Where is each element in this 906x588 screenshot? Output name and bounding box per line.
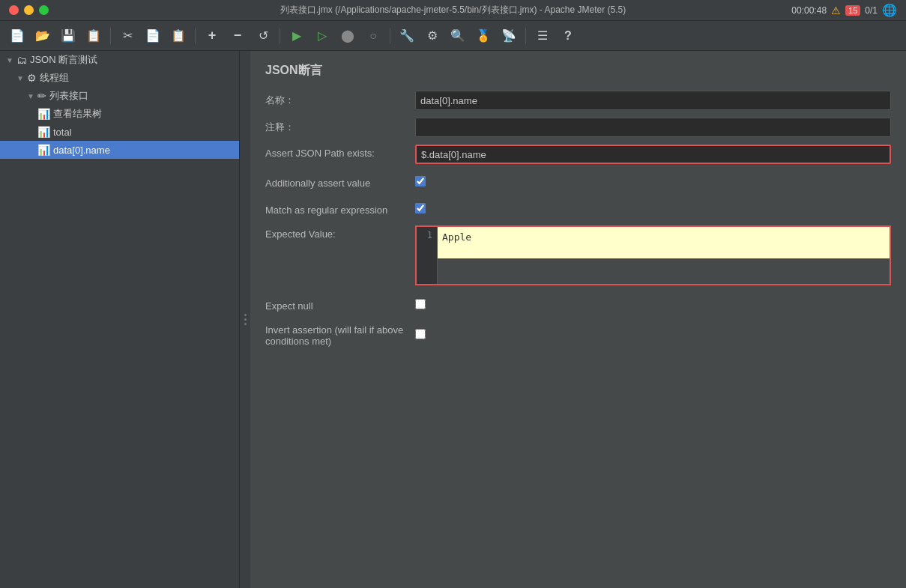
save-button[interactable]: 💾: [57, 25, 79, 47]
sidebar-item-root[interactable]: ▼ 🗂 JSON 断言测试: [0, 51, 239, 69]
cut-button[interactable]: ✂: [116, 25, 139, 47]
root-icon: 🗂: [16, 54, 27, 66]
comment-input[interactable]: [415, 118, 891, 137]
add-button[interactable]: +: [201, 25, 223, 47]
name-input[interactable]: [415, 91, 891, 110]
save-as-button[interactable]: 📋: [82, 25, 105, 47]
remote-button[interactable]: 📡: [498, 25, 520, 47]
expected-value-content[interactable]: Apple: [438, 227, 890, 258]
handle-dot-3: [244, 323, 247, 325]
titlebar-right: 00:00:48 ⚠ 15 0/1 🌐: [791, 3, 897, 17]
sidebar-item-label-view-results: 查看结果树: [53, 107, 102, 121]
shutdown-button[interactable]: ○: [362, 25, 384, 47]
progress-display: 0/1: [865, 5, 878, 16]
expect-null-checkbox[interactable]: [415, 299, 426, 309]
sidebar: ▼ 🗂 JSON 断言测试 ▼ ⚙ 线程组 ▼ ✏ 列表接口 📊 查看结果树 📊…: [0, 51, 240, 588]
titlebar: 列表接口.jmx (/Applications/apache-jmeter-5.…: [0, 0, 906, 21]
assert-json-path-row: Assert JSON Path exists:: [265, 145, 891, 164]
sidebar-item-view-results[interactable]: 📊 查看结果树: [0, 105, 239, 123]
line-number-2: [421, 240, 432, 255]
resize-handle[interactable]: [240, 51, 250, 588]
match-regex-row: Match as regular expression: [265, 198, 891, 218]
editor-empty-area: [438, 258, 890, 284]
window-controls[interactable]: [9, 5, 49, 15]
arrow-group: ▼: [16, 74, 24, 82]
separator-1: [110, 28, 111, 44]
arrow-root: ▼: [6, 56, 13, 64]
expected-value-text: Apple: [442, 231, 471, 243]
line-number-1: 1: [421, 230, 432, 240]
editor-line-1: Apple: [442, 230, 885, 245]
new-button[interactable]: 📄: [6, 25, 28, 47]
help-button[interactable]: ?: [557, 25, 579, 47]
window-title: 列表接口.jmx (/Applications/apache-jmeter-5.…: [280, 4, 626, 16]
sidebar-item-data-name[interactable]: 📊 data[0].name: [0, 141, 239, 159]
comment-row: 注释：: [265, 118, 891, 137]
invert-assertion-row: Invert assertion (will fail if above con…: [265, 321, 891, 347]
separator-2: [195, 28, 196, 44]
stop-button[interactable]: ⬤: [336, 25, 359, 47]
error-counter: 15: [845, 5, 860, 16]
run-button[interactable]: ▶: [286, 25, 308, 47]
assert-json-path-input[interactable]: [415, 145, 891, 164]
copy-button[interactable]: 📄: [142, 25, 164, 47]
sidebar-item-label-interface: 列表接口: [49, 89, 88, 103]
name-row: 名称：: [265, 91, 891, 110]
additionally-assert-label: Additionally assert value: [265, 175, 415, 189]
additionally-assert-checkbox[interactable]: [415, 176, 426, 187]
name-label: 名称：: [265, 91, 415, 107]
line-numbers: 1: [417, 227, 438, 284]
sidebar-item-label-group: 线程组: [40, 71, 69, 85]
total-icon: 📊: [37, 126, 50, 138]
expected-value-editor[interactable]: 1 Apple: [415, 225, 891, 285]
list-button[interactable]: ☰: [531, 25, 554, 47]
expected-value-label: Expected Value:: [265, 225, 415, 240]
match-regex-label: Match as regular expression: [265, 201, 415, 216]
main-layout: ▼ 🗂 JSON 断言测试 ▼ ⚙ 线程组 ▼ ✏ 列表接口 📊 查看结果树 📊…: [0, 51, 906, 588]
sidebar-item-label-root: JSON 断言测试: [30, 53, 97, 67]
maximize-button[interactable]: [39, 5, 49, 15]
paste-button[interactable]: 📋: [167, 25, 190, 47]
handle-dot-2: [244, 318, 247, 321]
toolbar: 📄 📂 💾 📋 ✂ 📄 📋 + − ↺ ▶ ▷ ⬤ ○ 🔧 ⚙ 🔍 🏅 📡 ☰ …: [0, 21, 906, 51]
sidebar-item-label-data-name: data[0].name: [53, 145, 110, 156]
network-icon: 🌐: [882, 3, 897, 17]
start-no-pause-button[interactable]: ▷: [311, 25, 333, 47]
expect-null-row: Expect null: [265, 294, 891, 314]
separator-3: [280, 28, 280, 44]
separator-4: [390, 28, 390, 44]
sidebar-item-label-total: total: [53, 127, 72, 138]
sidebar-item-total[interactable]: 📊 total: [0, 123, 239, 141]
view-results-icon: 📊: [37, 108, 50, 120]
line-number-3: [421, 255, 432, 270]
sidebar-item-interface[interactable]: ▼ ✏ 列表接口: [0, 87, 239, 105]
data-name-icon: 📊: [37, 144, 50, 156]
expand-button[interactable]: ↺: [252, 25, 274, 47]
handle-dot-1: [244, 314, 247, 316]
tool2-button[interactable]: ⚙: [421, 25, 444, 47]
comment-label: 注释：: [265, 118, 415, 134]
invert-assertion-label: Invert assertion (will fail if above con…: [265, 321, 415, 347]
assert-json-path-label: Assert JSON Path exists:: [265, 145, 415, 159]
minimize-button[interactable]: [24, 5, 34, 15]
match-regex-checkbox[interactable]: [415, 203, 426, 213]
interface-icon: ✏: [37, 90, 46, 102]
expect-null-label: Expect null: [265, 297, 415, 312]
arrow-interface: ▼: [27, 92, 34, 100]
remove-button[interactable]: −: [226, 25, 249, 47]
open-button[interactable]: 📂: [31, 25, 54, 47]
timer-display: 00:00:48: [791, 5, 827, 16]
warning-icon: ⚠: [831, 4, 841, 16]
expected-value-row: Expected Value: 1 Apple: [265, 225, 891, 285]
group-icon: ⚙: [27, 72, 37, 84]
close-button[interactable]: [9, 5, 19, 15]
tool1-button[interactable]: 🔧: [396, 25, 418, 47]
sidebar-item-group[interactable]: ▼ ⚙ 线程组: [0, 69, 239, 87]
separator-5: [525, 28, 526, 44]
content-panel: JSON断言 名称： 注释： Assert JSON Path exists: …: [250, 51, 906, 588]
panel-title: JSON断言: [265, 63, 891, 79]
tool3-button[interactable]: 🔍: [447, 25, 469, 47]
additionally-assert-row: Additionally assert value: [265, 172, 891, 191]
tool4-button[interactable]: 🏅: [472, 25, 495, 47]
invert-assertion-checkbox[interactable]: [415, 329, 426, 339]
